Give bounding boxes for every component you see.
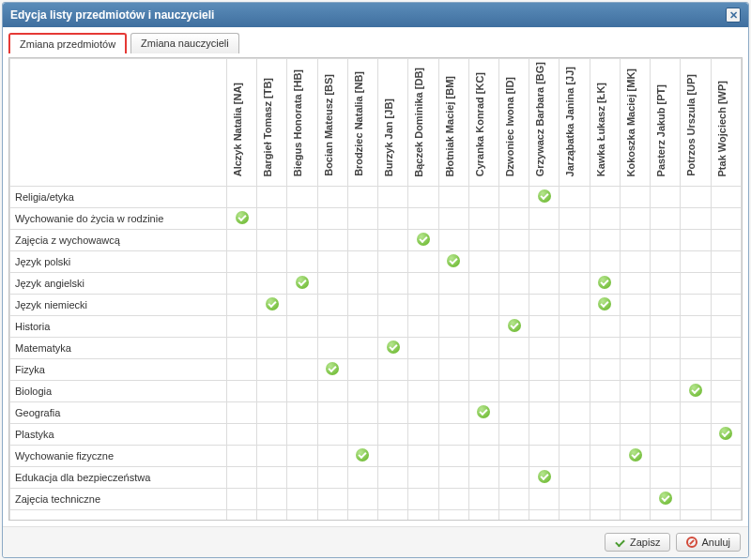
assignment-cell[interactable] [711,359,741,381]
assignment-cell[interactable] [347,489,377,510]
assignment-cell[interactable] [317,338,347,359]
assignment-cell[interactable] [287,338,317,359]
assignment-cell[interactable] [499,338,529,359]
assignment-cell[interactable] [287,251,317,273]
cancel-button[interactable]: Anuluj [676,533,741,552]
assignment-cell[interactable] [468,467,498,489]
assignment-cell[interactable] [408,489,438,510]
subject-cell[interactable]: Język niemiecki [10,295,227,316]
assignment-cell[interactable] [681,187,711,208]
assignment-cell[interactable] [590,295,620,316]
assignment-cell[interactable] [711,446,741,467]
assignment-cell[interactable] [620,467,650,489]
assignment-cell[interactable] [651,251,681,273]
assignment-cell[interactable] [590,273,620,295]
assignment-cell[interactable] [408,338,438,359]
assignment-cell[interactable] [287,273,317,295]
assignment-cell[interactable] [468,273,498,295]
assignment-cell[interactable] [681,273,711,295]
subject-cell[interactable]: Wychowanie do życia w rodzinie [10,208,227,230]
assignment-cell[interactable] [559,402,590,424]
assignment-cell[interactable] [287,187,317,208]
teacher-column-header[interactable]: Dzwoniec Iwona [ID] [499,59,529,187]
assignment-cell[interactable] [257,187,287,208]
assignment-cell[interactable] [226,316,256,338]
assignment-cell[interactable] [590,381,620,402]
assignment-cell[interactable] [651,359,681,381]
assignment-cell[interactable] [257,273,287,295]
assignment-cell[interactable] [317,295,347,316]
assignment-cell[interactable] [681,316,711,338]
assignment-cell[interactable] [559,467,590,489]
assignment-cell[interactable] [438,446,468,467]
assignment-cell[interactable] [378,316,408,338]
teacher-column-header[interactable]: Brodziec Natalia [NB] [347,59,377,187]
assignment-cell[interactable] [651,489,681,510]
assignment-cell[interactable] [287,230,317,251]
teacher-column-header[interactable]: Błotniak Maciej [BM] [438,59,468,187]
assignment-cell[interactable] [711,230,741,251]
assignment-cell[interactable] [681,446,711,467]
assignment-cell[interactable] [378,467,408,489]
assignment-cell[interactable] [559,359,590,381]
subject-cell[interactable]: Język angielski [10,273,227,295]
assignment-cell[interactable] [529,230,559,251]
assignment-cell[interactable] [590,424,620,446]
assignment-cell[interactable] [287,489,317,510]
assignment-cell[interactable] [438,187,468,208]
subject-cell[interactable]: Religia/etyka [10,187,227,208]
assignment-cell[interactable] [408,273,438,295]
assignment-cell[interactable] [438,467,468,489]
assignment-cell[interactable] [378,208,408,230]
assignment-cell[interactable] [408,251,438,273]
assignment-cell[interactable] [529,273,559,295]
assignment-cell[interactable] [257,446,287,467]
assignment-cell[interactable] [559,208,590,230]
assignment-cell[interactable] [711,273,741,295]
teacher-column-header[interactable]: Jarząbatka Janina [JJ] [559,59,590,187]
assignment-cell[interactable] [408,187,438,208]
assignment-cell[interactable] [590,251,620,273]
teacher-column-header[interactable]: Ptak Wojciech [WP] [711,59,741,187]
assignment-cell[interactable] [651,230,681,251]
assignment-cell[interactable] [559,295,590,316]
assignment-cell[interactable] [681,230,711,251]
teacher-column-header[interactable]: Burzyk Jan [JB] [378,59,408,187]
assignment-cell[interactable] [438,208,468,230]
teacher-column-header[interactable]: Kawka Łukasz [ŁK] [590,59,620,187]
tab-teachers[interactable]: Zmiana nauczycieli [130,33,239,53]
assignment-cell[interactable] [347,208,377,230]
assignment-cell[interactable] [651,187,681,208]
assignment-cell[interactable] [590,467,620,489]
assignment-cell[interactable] [711,338,741,359]
assignment-cell[interactable] [651,338,681,359]
assignment-cell[interactable] [257,424,287,446]
assignment-cell[interactable] [499,489,529,510]
assignment-cell[interactable] [408,316,438,338]
assignment-cell[interactable] [317,359,347,381]
subject-cell[interactable]: Edukacja dla bezpieczeństwa [10,467,227,489]
assignment-cell[interactable] [287,359,317,381]
assignment-cell[interactable] [620,316,650,338]
assignment-cell[interactable] [287,295,317,316]
assignment-cell[interactable] [711,187,741,208]
assignment-cell[interactable] [378,230,408,251]
assignment-cell[interactable] [620,230,650,251]
assignment-cell[interactable] [347,230,377,251]
assignment-cell[interactable] [499,359,529,381]
assignment-cell[interactable] [347,338,377,359]
assignment-cell[interactable] [438,251,468,273]
assignment-cell[interactable] [711,295,741,316]
assignment-cell[interactable] [499,381,529,402]
assignment-cell[interactable] [226,187,256,208]
assignment-cell[interactable] [317,489,347,510]
assignment-cell[interactable] [681,251,711,273]
assignment-cell[interactable] [378,489,408,510]
assignment-cell[interactable] [408,402,438,424]
assignment-cell[interactable] [287,402,317,424]
assignment-cell[interactable] [651,402,681,424]
assignment-cell[interactable] [499,402,529,424]
teacher-column-header[interactable]: Kokoszka Maciej [MK] [620,59,650,187]
assignment-cell[interactable] [499,446,529,467]
assignment-cell[interactable] [499,467,529,489]
